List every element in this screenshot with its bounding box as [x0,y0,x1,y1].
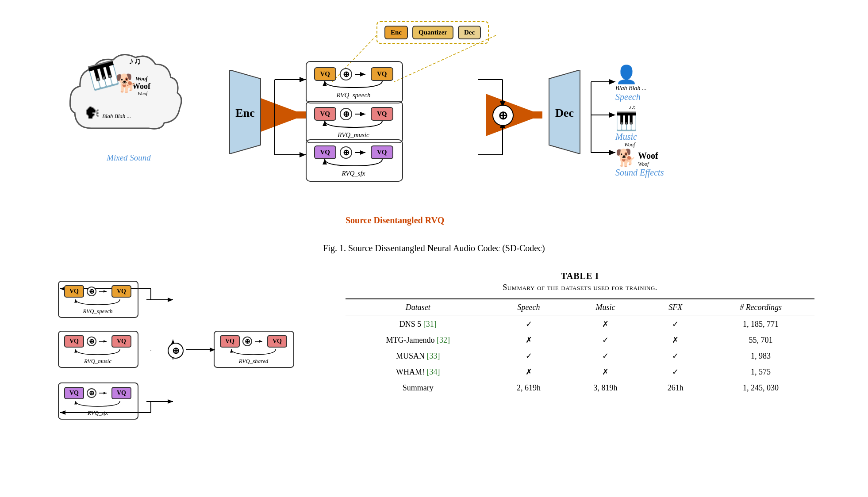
rvq-speech-label: RVQ_speech [336,92,370,99]
cell-mtg-music: ✓ [567,332,644,348]
bottom-rvq-sfx-label: RVQ_sfx [88,409,108,417]
head-output-icon: 👤 [615,64,638,85]
cell-mtg-sfx: ✗ [644,332,707,348]
source-disentangled-label: Source Disentangled RVQ [346,215,444,226]
table-row: MTG-Jamendo [32] ✗ ✓ ✗ 55, 701 [346,332,814,348]
cell-dns5-rec: 1, 185, 771 [707,316,814,333]
table-summary-row: Summary 2, 619h 3, 819h 261h 1, 245, 030 [346,380,814,396]
col-speech: Speech [490,299,567,316]
bottom-rvq-sfx: VQ ⊕ VQ RVQ_sfx [58,382,138,420]
cell-dns5-speech: ✓ [490,316,567,333]
cell-wham-speech: ✗ [490,364,567,380]
ref-32: [32] [437,336,450,344]
bottom-plus-sh: ⊕ [242,336,252,346]
bottom-vq-sp1: VQ [64,285,84,298]
piano-output-icon: 🎹 [615,111,638,132]
bottom-rvq-shared-label: RVQ_shared [239,358,268,365]
bottom-rvq-mu-label: RVQ_music [84,358,111,365]
table-row: MUSAN [33] ✓ ✓ ✓ 1, 983 [346,348,814,364]
ref-31: [31] [423,320,437,329]
table-row: DNS 5 [31] ✓ ✗ ✓ 1, 185, 771 [346,316,814,333]
top-diagram: Enc Quantizer Dec [58,13,810,234]
bottom-rvq-sp-label: RVQ_speech [83,308,113,315]
cell-wham-rec: 1, 575 [707,364,814,380]
bottom-vq-mu1: VQ [64,335,84,348]
cell-mtg-speech: ✗ [490,332,567,348]
cell-summary-rec: 1, 245, 030 [707,380,814,396]
table-header-row: Dataset Speech Music SFX # Recordings [346,299,814,316]
bottom-plus-sfx: ⊕ [87,388,96,398]
rvq-music-label: RVQ_music [338,131,369,139]
arrow-sfx [355,148,368,157]
bottom-left-diagram: VQ ⊕ VQ RVQ_speech VQ [54,271,310,439]
enc-block: Enc [221,70,269,156]
bottom-vq-sfx1: VQ [64,387,84,399]
cell-musan: MUSAN [33] [346,348,490,364]
rvq-sfx-group: VQ ⊕ VQ RVQ_sfx [306,139,403,182]
cell-wham: WHAM! [34] [346,364,490,380]
col-music: Music [567,299,644,316]
table-section: TABLE I Summary of the datasets used for… [346,271,814,396]
figure-caption: Fig. 1. Source Dissentangled Neural Audi… [323,243,545,253]
cell-dns5: DNS 5 [31] [346,316,490,333]
col-recordings: # Recordings [707,299,814,316]
cell-dns5-sfx: ✓ [644,316,707,333]
large-plus-circle: ⊕ [492,105,514,126]
cell-summary-speech: 2, 619h [490,380,567,396]
svg-text:Enc: Enc [235,107,254,119]
music-notes-icon: ♪♫ [129,55,141,67]
head-icon: 🗣 [84,104,100,122]
ref-33: [33] [426,352,440,360]
bottom-rvq-music: VQ ⊕ VQ RVQ_music [58,331,138,368]
table-title: TABLE I [346,271,814,281]
cell-musan-sfx: ✓ [644,348,707,364]
sfx-output-label: Sound Effects [615,168,664,178]
cell-dns5-music: ✗ [567,316,644,333]
enc-svg: Enc [221,70,269,154]
cell-musan-speech: ✓ [490,348,567,364]
page-container: Enc Quantizer Dec [0,0,868,497]
dec-svg: Dec [540,70,589,154]
bottom-vq-sh2: VQ [267,335,287,348]
curve-speech [314,79,393,90]
table-subtitle: Summary of the datasets used for trainin… [346,283,814,292]
cell-wham-sfx: ✓ [644,364,707,380]
cell-summary-music: 3, 819h [567,380,644,396]
dog-output-icon: 🐕 [615,148,636,168]
bottom-vq-sfx2: VQ [111,387,131,399]
rvq-music-group: VQ ⊕ VQ RVQ_music [306,101,403,143]
output-sfx: Woof 🐕 Woof Woof Sound Effects [615,141,664,178]
dec-block: Dec [540,70,589,156]
cell-wham-music: ✗ [567,364,644,380]
tooltip-enc: Enc [384,26,408,39]
bottom-section: VQ ⊕ VQ RVQ_speech VQ [36,271,832,439]
output-music: ♪♫ 🎹 Music [615,104,638,142]
table-row: WHAM! [34] ✗ ✗ ✓ 1, 575 [346,364,814,380]
bottom-vq-sh1: VQ [220,335,240,348]
curve-sfx [314,157,393,168]
cloud-shape: 🎹 ♪♫ Woof Woof Woof 🐕 🗣 Blah Blah ... Mi… [67,49,191,150]
bottom-plus-mu: ⊕ [87,336,96,346]
col-dataset: Dataset [346,299,490,316]
rvq-speech-group: VQ ⊕ VQ RVQ_speech [306,61,403,103]
tooltip-quantizer: Quantizer [412,26,453,39]
svg-text:Dec: Dec [555,107,574,119]
bottom-vq-sp2: VQ [111,285,131,298]
bottom-plus-large: ⊕ [168,343,184,359]
bottom-rvq-shared: VQ ⊕ VQ RVQ_shared [214,331,294,368]
rvq-sfx-label: RVQ_sfx [342,170,365,177]
speech-output-label: Speech [615,92,641,102]
blah-text: Blah Blah ... [102,113,131,120]
cell-musan-rec: 1, 983 [707,348,814,364]
curve-music [314,119,393,130]
cell-mtg-rec: 55, 701 [707,332,814,348]
arrow-speech [355,70,368,79]
cell-mtg: MTG-Jamendo [32] [346,332,490,348]
cell-summary-sfx: 261h [644,380,707,396]
bottom-vq-mu2: VQ [111,335,131,348]
dog-icon: 🐕 [115,73,138,94]
ref-34: [34] [426,367,440,376]
data-table: Dataset Speech Music SFX # Recordings DN… [346,298,814,396]
bottom-rvq-speech: VQ ⊕ VQ RVQ_speech [58,281,138,318]
cloud-label: Mixed Sound [107,153,151,163]
